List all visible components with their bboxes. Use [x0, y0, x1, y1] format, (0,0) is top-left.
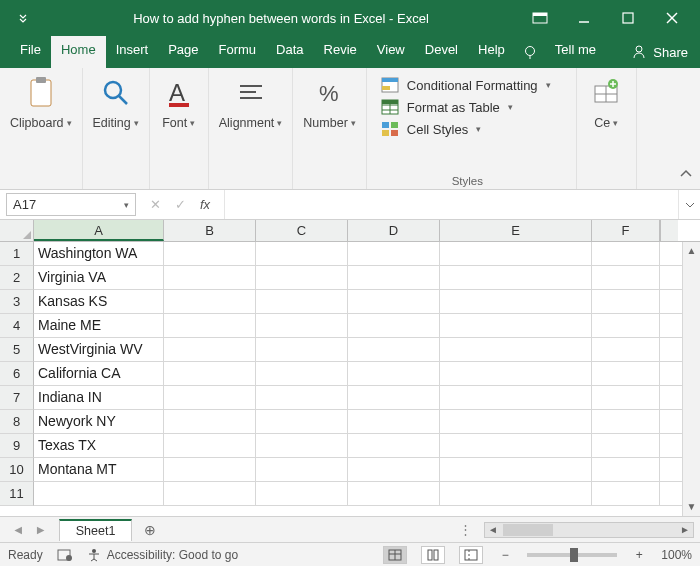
row-header[interactable]: 10: [0, 458, 34, 482]
cell[interactable]: [164, 314, 256, 337]
cell[interactable]: [164, 434, 256, 457]
cell[interactable]: [440, 458, 592, 481]
cell[interactable]: [256, 482, 348, 505]
cell[interactable]: [592, 314, 660, 337]
cell[interactable]: [440, 482, 592, 505]
sheet-tab-active[interactable]: Sheet1: [59, 519, 133, 541]
cell[interactable]: [348, 266, 440, 289]
row-header[interactable]: 5: [0, 338, 34, 362]
cell[interactable]: [256, 362, 348, 385]
maximize-button[interactable]: [606, 2, 650, 34]
cell[interactable]: [164, 362, 256, 385]
select-all-button[interactable]: [0, 220, 34, 241]
sheet-nav-next-icon[interactable]: ►: [30, 523, 50, 537]
cell[interactable]: [592, 362, 660, 385]
column-header-c[interactable]: C: [256, 220, 348, 241]
lightbulb-icon[interactable]: [515, 36, 545, 68]
column-header-b[interactable]: B: [164, 220, 256, 241]
cell[interactable]: Virginia VA: [34, 266, 164, 289]
cell[interactable]: [256, 314, 348, 337]
cell[interactable]: Washington WA: [34, 242, 164, 265]
cell[interactable]: [440, 434, 592, 457]
collapse-ribbon-button[interactable]: [678, 166, 694, 185]
cell[interactable]: [256, 386, 348, 409]
cell[interactable]: [348, 434, 440, 457]
name-box[interactable]: A17 ▾: [6, 193, 136, 216]
cell[interactable]: [592, 242, 660, 265]
conditional-formatting-button[interactable]: Conditional Formatting ▾: [381, 74, 551, 96]
cell[interactable]: [256, 434, 348, 457]
cell[interactable]: [256, 290, 348, 313]
cell[interactable]: [164, 242, 256, 265]
cell[interactable]: [164, 386, 256, 409]
cell[interactable]: [440, 242, 592, 265]
macro-record-icon[interactable]: [57, 548, 73, 562]
cell[interactable]: [592, 482, 660, 505]
editing-button[interactable]: Editing▾: [93, 74, 139, 130]
cell[interactable]: [348, 314, 440, 337]
cell[interactable]: WestVirginia WV: [34, 338, 164, 361]
tab-review[interactable]: Revie: [314, 36, 367, 68]
column-header-a[interactable]: A: [34, 220, 164, 241]
row-header[interactable]: 6: [0, 362, 34, 386]
page-break-view-button[interactable]: [459, 546, 483, 564]
cell[interactable]: [256, 458, 348, 481]
cell[interactable]: [348, 242, 440, 265]
scrollbar-thumb[interactable]: [503, 524, 553, 536]
insert-function-icon[interactable]: fx: [200, 197, 210, 212]
new-sheet-button[interactable]: ⊕: [132, 522, 158, 538]
cell[interactable]: [440, 410, 592, 433]
row-header[interactable]: 3: [0, 290, 34, 314]
tab-developer[interactable]: Devel: [415, 36, 468, 68]
formula-input[interactable]: [225, 190, 678, 219]
scroll-left-icon[interactable]: ◄: [485, 524, 501, 535]
cell[interactable]: [592, 458, 660, 481]
cell[interactable]: [348, 410, 440, 433]
sheet-nav-prev-icon[interactable]: ◄: [8, 523, 28, 537]
tab-home[interactable]: Home: [51, 36, 106, 68]
cell[interactable]: [256, 242, 348, 265]
row-header[interactable]: 4: [0, 314, 34, 338]
cell[interactable]: [592, 434, 660, 457]
cell[interactable]: [440, 362, 592, 385]
alignment-button[interactable]: Alignment▾: [219, 74, 283, 130]
cell[interactable]: [348, 386, 440, 409]
zoom-slider[interactable]: [527, 553, 617, 557]
row-header[interactable]: 1: [0, 242, 34, 266]
cell[interactable]: [164, 410, 256, 433]
cell[interactable]: Texas TX: [34, 434, 164, 457]
cell[interactable]: [256, 338, 348, 361]
vertical-scrollbar[interactable]: ▲ ▼: [682, 242, 700, 516]
tab-page-layout[interactable]: Page: [158, 36, 208, 68]
cell[interactable]: [348, 338, 440, 361]
cancel-formula-icon[interactable]: ✕: [150, 197, 161, 212]
cell[interactable]: [440, 338, 592, 361]
cell-styles-button[interactable]: Cell Styles ▾: [381, 118, 551, 140]
cell[interactable]: [348, 290, 440, 313]
cell[interactable]: [592, 290, 660, 313]
tab-help[interactable]: Help: [468, 36, 515, 68]
horizontal-scrollbar[interactable]: ◄ ►: [484, 522, 694, 538]
format-as-table-button[interactable]: Format as Table ▾: [381, 96, 551, 118]
row-header[interactable]: 8: [0, 410, 34, 434]
cell[interactable]: [34, 482, 164, 505]
normal-view-button[interactable]: [383, 546, 407, 564]
clipboard-button[interactable]: Clipboard▾: [10, 74, 72, 130]
tab-view[interactable]: View: [367, 36, 415, 68]
cell[interactable]: Indiana IN: [34, 386, 164, 409]
zoom-out-button[interactable]: −: [497, 548, 513, 562]
tab-split-handle[interactable]: ⋮: [453, 522, 480, 537]
tab-data[interactable]: Data: [266, 36, 313, 68]
cell[interactable]: [440, 386, 592, 409]
cells-button[interactable]: Ce▾: [587, 74, 625, 130]
cell[interactable]: [164, 458, 256, 481]
chevron-down-icon[interactable]: ▾: [124, 200, 129, 210]
cell[interactable]: [164, 482, 256, 505]
cell[interactable]: [164, 338, 256, 361]
cell[interactable]: [348, 482, 440, 505]
qat-customize-icon[interactable]: [6, 11, 44, 25]
tab-file[interactable]: File: [10, 36, 51, 68]
cell[interactable]: Maine ME: [34, 314, 164, 337]
font-button[interactable]: A Font▾: [160, 74, 198, 130]
page-layout-view-button[interactable]: [421, 546, 445, 564]
